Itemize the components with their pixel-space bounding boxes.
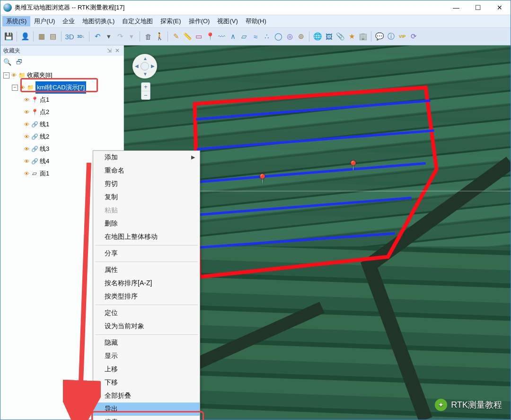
ctx-全部折叠[interactable]: 全部折叠: [93, 389, 200, 402]
menu-用户(U)[interactable]: 用户(U): [30, 16, 59, 26]
chat-icon[interactable]: 💬: [375, 32, 384, 41]
tree-selected-label[interactable]: kml转CAD演示[7]: [35, 81, 86, 94]
eye-icon[interactable]: 👁: [24, 106, 29, 118]
ruler-icon[interactable]: 📏: [183, 32, 192, 41]
wave-icon[interactable]: ≈: [251, 32, 260, 41]
menu-bar[interactable]: 系统(S)用户(U)企业地图切换(L)自定义地图探索(E)操作(O)视图(V)帮…: [0, 15, 511, 28]
pencil-icon[interactable]: ✎: [172, 32, 180, 41]
map-pin-2[interactable]: 📍: [347, 160, 359, 171]
clip-icon[interactable]: 📎: [336, 32, 344, 41]
image-icon[interactable]: 🖼: [325, 32, 333, 41]
ctx-添加[interactable]: 添加▶: [93, 151, 200, 164]
user-icon[interactable]: 👤: [21, 32, 29, 41]
eye-icon[interactable]: 👁: [24, 143, 29, 155]
eye-icon[interactable]: 👁: [24, 94, 29, 106]
target1-icon[interactable]: ◎: [285, 32, 294, 41]
tree-item-label[interactable]: 线1: [40, 118, 49, 131]
menu-探索(E)[interactable]: 探索(E): [157, 16, 185, 26]
rect-icon[interactable]: ▭: [194, 32, 203, 41]
menu-企业[interactable]: 企业: [59, 16, 79, 26]
tree-toggle[interactable]: −: [12, 85, 18, 91]
menu-自定义地图[interactable]: 自定义地图: [118, 16, 157, 26]
eye-icon[interactable]: 👁: [20, 81, 25, 94]
panel2-icon[interactable]: ▤: [49, 32, 57, 41]
tree-item-label[interactable]: 线3: [40, 143, 49, 155]
ctx-按名称排序[A-Z][interactable]: 按名称排序[A-Z]: [93, 277, 200, 290]
nav-right-icon[interactable]: ▶: [151, 63, 155, 69]
map-pin-1[interactable]: 📍: [256, 173, 268, 184]
tree-item-label[interactable]: 线2: [40, 131, 49, 143]
eye-icon[interactable]: 👁: [11, 69, 17, 81]
vip-icon[interactable]: VIP: [398, 32, 406, 41]
tree-item-label[interactable]: 点2: [40, 106, 49, 118]
zoom-in-button[interactable]: +: [141, 83, 150, 91]
eye-icon[interactable]: 👁: [24, 167, 29, 180]
refresh-icon[interactable]: ⟳: [409, 32, 418, 41]
tree-item-label[interactable]: 点1: [40, 94, 49, 106]
tree-item-label[interactable]: 线4: [40, 155, 49, 167]
nav-up-icon[interactable]: ▲: [143, 56, 148, 61]
star-icon[interactable]: ★: [347, 32, 356, 41]
redo-icon[interactable]: ↷: [116, 32, 124, 41]
sidebar-windows-icon[interactable]: 🗗: [16, 58, 23, 66]
menu-操作(O)[interactable]: 操作(O): [185, 16, 214, 26]
ctx-按类型排序[interactable]: 按类型排序: [93, 290, 200, 303]
ctx-分享[interactable]: 分享: [93, 247, 200, 260]
map-nav-compass[interactable]: ▲ ▼ ◀ ▶: [132, 54, 157, 79]
toolbar[interactable]: 💾👤▦▤3D3D↓↶▾↷▾🗑🚶✎📏▭📍〰∧▱≈∴◯◎⊚🌐🖼📎★🏢💬ⓘVIP⟳: [0, 28, 511, 45]
context-menu[interactable]: 添加▶重命名剪切复制粘贴删除在地图上整体移动分享属性按名称排序[A-Z]按类型排…: [93, 150, 200, 420]
zoom-out-button[interactable]: −: [141, 91, 150, 99]
tree-toggle[interactable]: −: [3, 72, 9, 79]
dots-icon[interactable]: ∴: [263, 32, 271, 41]
undo-icon[interactable]: ↶: [93, 32, 102, 41]
menu-视图(V)[interactable]: 视图(V): [213, 16, 241, 26]
3d2d-icon[interactable]: 3D↓: [77, 32, 85, 41]
tree-root-label[interactable]: 收藏夹[8]: [27, 69, 52, 81]
polyline-icon[interactable]: 〰: [217, 32, 226, 41]
3d-icon[interactable]: 3D: [65, 32, 74, 41]
sidebar-pin-icon[interactable]: ⇲ ✕: [107, 47, 121, 54]
ctx-设为当前对象[interactable]: 设为当前对象: [93, 320, 200, 333]
close-button[interactable]: ✕: [489, 0, 511, 15]
ctx-显示[interactable]: 显示: [93, 350, 200, 363]
ctx-上移[interactable]: 上移: [93, 363, 200, 376]
menu-系统(S)[interactable]: 系统(S): [2, 16, 30, 26]
ctx-删除[interactable]: 删除: [93, 217, 200, 230]
tree-item-label[interactable]: 面1: [40, 167, 49, 180]
body-icon[interactable]: 🚶: [155, 32, 164, 41]
eye-icon[interactable]: 👁: [24, 131, 29, 143]
ctx-隐藏[interactable]: 隐藏: [93, 336, 200, 350]
title-bar[interactable]: 奥维互动地图浏览器 -- RTK测量教程[17] — ☐ ✕: [0, 0, 511, 15]
ctx-下移[interactable]: 下移: [93, 376, 200, 389]
ctx-在地图上整体移动[interactable]: 在地图上整体移动: [93, 230, 200, 244]
sidebar-search-icon[interactable]: 🔍: [3, 58, 11, 66]
polyline2-icon[interactable]: ∧: [229, 32, 237, 41]
nav-left-icon[interactable]: ◀: [135, 63, 139, 69]
redo-menu-icon[interactable]: ▾: [127, 32, 136, 41]
pin-tool-icon[interactable]: 📍: [206, 32, 214, 41]
sidebar-header[interactable]: 收藏夹 ⇲ ✕: [0, 45, 123, 56]
globe-icon[interactable]: 🌐: [313, 32, 322, 41]
menu-地图切换(L)[interactable]: 地图切换(L): [79, 16, 118, 26]
ctx-剪切[interactable]: 剪切: [93, 177, 200, 191]
polygon-icon[interactable]: ▱: [240, 32, 248, 41]
menu-帮助(H)[interactable]: 帮助(H): [242, 16, 270, 26]
target2-icon[interactable]: ⊚: [297, 32, 305, 41]
panel1-icon[interactable]: ▦: [37, 32, 46, 41]
minimize-button[interactable]: —: [445, 0, 467, 15]
building-icon[interactable]: 🏢: [359, 32, 367, 41]
eye-icon[interactable]: 👁: [24, 155, 29, 167]
ctx-搜索[interactable]: 搜索: [93, 416, 200, 420]
trash-icon[interactable]: 🗑: [144, 32, 152, 41]
info-icon[interactable]: ⓘ: [387, 32, 395, 41]
ctx-复制[interactable]: 复制: [93, 191, 200, 204]
undo-menu-icon[interactable]: ▾: [105, 32, 113, 41]
map-zoom-control[interactable]: + −: [141, 82, 150, 100]
ctx-定位[interactable]: 定位: [93, 306, 200, 320]
ctx-重命名[interactable]: 重命名: [93, 164, 200, 177]
ctx-属性[interactable]: 属性: [93, 263, 200, 277]
maximize-button[interactable]: ☐: [467, 0, 489, 15]
nav-down-icon[interactable]: ▼: [143, 71, 148, 77]
eye-icon[interactable]: 👁: [24, 118, 29, 131]
save-icon[interactable]: 💾: [4, 32, 13, 41]
